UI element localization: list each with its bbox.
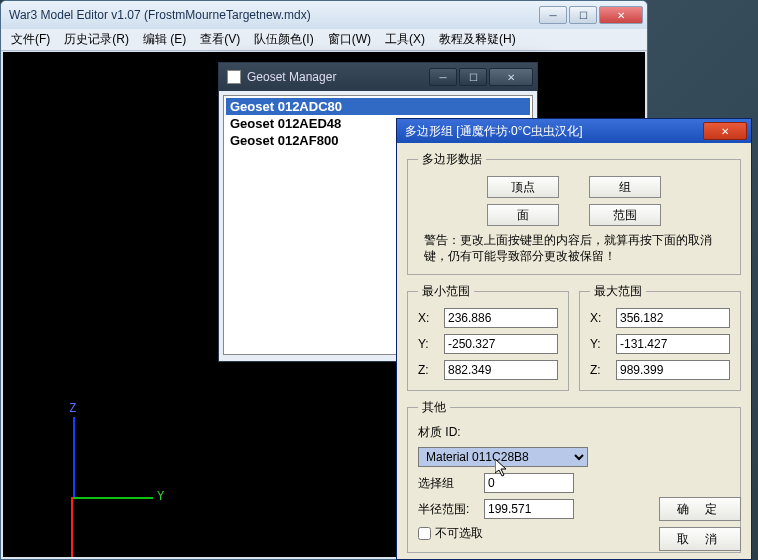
max-z-label: Z: xyxy=(590,363,610,377)
main-titlebar[interactable]: War3 Model Editor v1.07 (FrostmMourneTar… xyxy=(1,1,647,29)
window-icon xyxy=(227,70,241,84)
close-button[interactable]: ✕ xyxy=(599,6,643,24)
list-item[interactable]: Geoset 012ADC80 xyxy=(226,98,530,115)
geoset-maximize-button[interactable]: ☐ xyxy=(459,68,487,86)
axis-y-line xyxy=(73,497,153,499)
dialog-titlebar[interactable]: 多边形组 [通魔作坊·0°C虫虫汉化] ✕ xyxy=(397,119,751,143)
min-x-label: X: xyxy=(418,311,438,325)
material-id-select[interactable]: Material 011C28B8 xyxy=(418,447,588,467)
geoset-close-button[interactable]: ✕ xyxy=(489,68,533,86)
menu-tools[interactable]: 工具(X) xyxy=(379,29,431,50)
material-id-label: 材质 ID: xyxy=(418,424,474,441)
min-range-group: 最小范围 X: Y: Z: xyxy=(407,283,569,391)
menu-history[interactable]: 历史记录(R) xyxy=(58,29,135,50)
radius-label: 半径范围: xyxy=(418,501,474,518)
min-z-label: Z: xyxy=(418,363,438,377)
polygon-data-group: 多边形数据 顶点 组 面 范围 警告：更改上面按键里的内容后，就算再按下面的取消… xyxy=(407,151,741,275)
cancel-button[interactable]: 取 消 xyxy=(659,527,741,551)
select-group-label: 选择组 xyxy=(418,475,474,492)
dialog-window-controls: ✕ xyxy=(703,122,747,140)
max-z-input[interactable] xyxy=(616,360,730,380)
maximize-button[interactable]: ☐ xyxy=(569,6,597,24)
axis-z-line xyxy=(73,417,75,497)
geoset-window-controls: ─ ☐ ✕ xyxy=(429,68,533,86)
geoset-title: Geoset Manager xyxy=(247,70,429,84)
max-y-label: Y: xyxy=(590,337,610,351)
dialog-body: 多边形数据 顶点 组 面 范围 警告：更改上面按键里的内容后，就算再按下面的取消… xyxy=(397,143,751,559)
axis-y-label: Y xyxy=(157,489,164,503)
min-x-input[interactable] xyxy=(444,308,558,328)
menu-edit[interactable]: 编辑 (E) xyxy=(137,29,192,50)
geoset-minimize-button[interactable]: ─ xyxy=(429,68,457,86)
face-button[interactable]: 面 xyxy=(487,204,559,226)
polygon-group-dialog[interactable]: 多边形组 [通魔作坊·0°C虫虫汉化] ✕ 多边形数据 顶点 组 面 范围 警告… xyxy=(396,118,752,560)
min-y-label: Y: xyxy=(418,337,438,351)
min-z-input[interactable] xyxy=(444,360,558,380)
warning-text: 警告：更改上面按键里的内容后，就算再按下面的取消键，仍有可能导致部分更改被保留！ xyxy=(418,232,730,264)
menu-view[interactable]: 查看(V) xyxy=(194,29,246,50)
menu-window[interactable]: 窗口(W) xyxy=(322,29,377,50)
max-x-input[interactable] xyxy=(616,308,730,328)
menu-help[interactable]: 教程及释疑(H) xyxy=(433,29,522,50)
unselectable-checkbox[interactable] xyxy=(418,527,431,540)
menu-file[interactable]: 文件(F) xyxy=(5,29,56,50)
axis-z-label: Z xyxy=(69,401,76,415)
geoset-titlebar[interactable]: Geoset Manager ─ ☐ ✕ xyxy=(219,63,537,91)
group-button[interactable]: 组 xyxy=(589,176,661,198)
min-range-legend: 最小范围 xyxy=(418,283,474,300)
axis-x-line xyxy=(71,497,73,557)
unselectable-label: 不可选取 xyxy=(435,525,483,542)
dialog-close-button[interactable]: ✕ xyxy=(703,122,747,140)
range-button[interactable]: 范围 xyxy=(589,204,661,226)
radius-input[interactable] xyxy=(484,499,574,519)
max-x-label: X: xyxy=(590,311,610,325)
min-y-input[interactable] xyxy=(444,334,558,354)
main-title: War3 Model Editor v1.07 (FrostmMourneTar… xyxy=(9,8,539,22)
ok-button[interactable]: 确 定 xyxy=(659,497,741,521)
max-range-group: 最大范围 X: Y: Z: xyxy=(579,283,741,391)
window-controls: ─ ☐ ✕ xyxy=(539,6,643,24)
dialog-title: 多边形组 [通魔作坊·0°C虫虫汉化] xyxy=(405,123,703,140)
select-group-input[interactable] xyxy=(484,473,574,493)
max-range-legend: 最大范围 xyxy=(590,283,646,300)
vertex-button[interactable]: 顶点 xyxy=(487,176,559,198)
other-legend: 其他 xyxy=(418,399,450,416)
dialog-buttons: 确 定 取 消 xyxy=(659,497,741,551)
polygon-data-legend: 多边形数据 xyxy=(418,151,486,168)
menu-teamcolor[interactable]: 队伍颜色(I) xyxy=(248,29,319,50)
menubar: 文件(F) 历史记录(R) 编辑 (E) 查看(V) 队伍颜色(I) 窗口(W)… xyxy=(1,29,647,51)
max-y-input[interactable] xyxy=(616,334,730,354)
minimize-button[interactable]: ─ xyxy=(539,6,567,24)
